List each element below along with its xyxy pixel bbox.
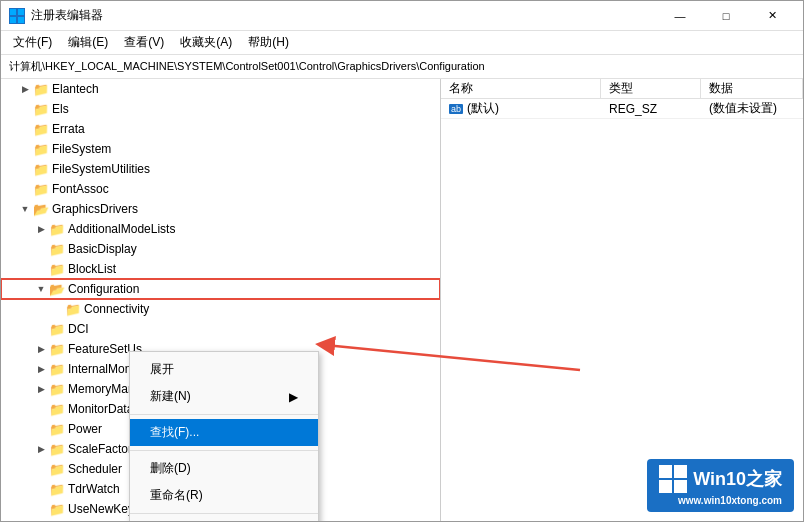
ctx-sep3 bbox=[130, 513, 318, 514]
context-menu: 展开 新建(N) ▶ 查找(F)... 删除(D) 重命名(R) bbox=[129, 351, 319, 521]
ctx-find[interactable]: 查找(F)... bbox=[130, 419, 318, 446]
label-connectivity: Connectivity bbox=[84, 302, 149, 316]
ctx-new[interactable]: 新建(N) ▶ bbox=[130, 383, 318, 410]
menu-favorites[interactable]: 收藏夹(A) bbox=[172, 31, 240, 54]
menu-edit[interactable]: 编辑(E) bbox=[60, 31, 116, 54]
label-filesystem: FileSystem bbox=[52, 142, 111, 156]
window-controls: — □ ✕ bbox=[657, 1, 795, 31]
folder-icon: 📁 bbox=[33, 121, 49, 137]
menu-bar: 文件(F) 编辑(E) 查看(V) 收藏夹(A) 帮助(H) bbox=[1, 31, 803, 55]
right-row-default[interactable]: ab(默认) REG_SZ (数值未设置) bbox=[441, 99, 803, 119]
close-button[interactable]: ✕ bbox=[749, 1, 795, 31]
tree-item-blocklist[interactable]: ▶ 📁 BlockList bbox=[1, 259, 440, 279]
folder-icon: 📁 bbox=[49, 401, 65, 417]
right-panel-header: 名称 类型 数据 bbox=[441, 79, 803, 99]
watermark-url: www.win10xtong.com bbox=[678, 495, 782, 506]
label-dci: DCI bbox=[68, 322, 89, 336]
tree-item-connectivity[interactable]: ▶ 📁 Connectivity bbox=[1, 299, 440, 319]
label-usenewkey: UseNewKey bbox=[68, 502, 134, 516]
svg-rect-0 bbox=[10, 9, 16, 15]
folder-icon: 📁 bbox=[33, 181, 49, 197]
svg-rect-3 bbox=[18, 17, 24, 23]
label-fsu: FileSystemUtilities bbox=[52, 162, 150, 176]
menu-view[interactable]: 查看(V) bbox=[116, 31, 172, 54]
svg-rect-5 bbox=[659, 465, 672, 478]
tree-item-additionalmodelists[interactable]: ▶ 📁 AdditionalModeLists bbox=[1, 219, 440, 239]
folder-icon: 📁 bbox=[33, 81, 49, 97]
tree-item-elantech[interactable]: ▶ 📁 Elantech bbox=[1, 79, 440, 99]
main-content: ▶ 📁 Elantech ▶ 📁 Els ▶ 📁 Errata bbox=[1, 79, 803, 521]
folder-icon: 📁 bbox=[49, 481, 65, 497]
cell-type: REG_SZ bbox=[601, 100, 701, 118]
folder-icon: 📁 bbox=[49, 221, 65, 237]
expand-gd[interactable]: ▼ bbox=[17, 201, 33, 217]
menu-help[interactable]: 帮助(H) bbox=[240, 31, 297, 54]
svg-rect-1 bbox=[18, 9, 24, 15]
ctx-sep1 bbox=[130, 414, 318, 415]
col-data: 数据 bbox=[701, 79, 803, 99]
expand-elantech[interactable]: ▶ bbox=[17, 81, 33, 97]
app-icon bbox=[9, 8, 25, 24]
folder-icon: 📁 bbox=[33, 101, 49, 117]
ctx-expand[interactable]: 展开 bbox=[130, 356, 318, 383]
tree-item-dci[interactable]: ▶ 📁 DCI bbox=[1, 319, 440, 339]
expand-featureset[interactable]: ▶ bbox=[33, 341, 49, 357]
col-name: 名称 bbox=[441, 79, 601, 99]
folder-icon: 📁 bbox=[65, 301, 81, 317]
label-errata: Errata bbox=[52, 122, 85, 136]
tree-item-fontassoc[interactable]: ▶ 📁 FontAssoc bbox=[1, 179, 440, 199]
label-configuration: Configuration bbox=[68, 282, 139, 296]
tree-panel[interactable]: ▶ 📁 Elantech ▶ 📁 Els ▶ 📁 Errata bbox=[1, 79, 441, 521]
expand-config[interactable]: ▼ bbox=[33, 281, 49, 297]
tree-item-errata[interactable]: ▶ 📁 Errata bbox=[1, 119, 440, 139]
minimize-button[interactable]: — bbox=[657, 1, 703, 31]
col-type: 类型 bbox=[601, 79, 701, 99]
watermark-title: Win10之家 bbox=[693, 467, 782, 491]
watermark: Win10之家 www.win10xtong.com bbox=[647, 459, 794, 512]
expand-aml[interactable]: ▶ bbox=[33, 221, 49, 237]
address-text: 计算机\HKEY_LOCAL_MACHINE\SYSTEM\ControlSet… bbox=[9, 59, 485, 74]
folder-icon: 📁 bbox=[49, 381, 65, 397]
label-memoryman: MemoryMan bbox=[68, 382, 135, 396]
maximize-button[interactable]: □ bbox=[703, 1, 749, 31]
tree-item-els[interactable]: ▶ 📁 Els bbox=[1, 99, 440, 119]
expand-memoryman[interactable]: ▶ bbox=[33, 381, 49, 397]
registry-editor-window: 注册表编辑器 — □ ✕ 文件(F) 编辑(E) 查看(V) 收藏夹(A) 帮助… bbox=[0, 0, 804, 522]
ctx-rename[interactable]: 重命名(R) bbox=[130, 482, 318, 509]
ctx-export[interactable]: 导出(E) bbox=[130, 518, 318, 521]
expand-internalmon[interactable]: ▶ bbox=[33, 361, 49, 377]
label-internalmon: InternalMon bbox=[68, 362, 131, 376]
svg-rect-2 bbox=[10, 17, 16, 23]
label-els: Els bbox=[52, 102, 69, 116]
folder-icon: 📁 bbox=[49, 421, 65, 437]
title-bar: 注册表编辑器 — □ ✕ bbox=[1, 1, 803, 31]
folder-icon: 📁 bbox=[49, 361, 65, 377]
label-blocklist: BlockList bbox=[68, 262, 116, 276]
menu-file[interactable]: 文件(F) bbox=[5, 31, 60, 54]
windows-logo bbox=[659, 465, 687, 493]
address-bar: 计算机\HKEY_LOCAL_MACHINE\SYSTEM\ControlSet… bbox=[1, 55, 803, 79]
ctx-delete[interactable]: 删除(D) bbox=[130, 455, 318, 482]
tree-item-basicdisplay[interactable]: ▶ 📁 BasicDisplay bbox=[1, 239, 440, 259]
folder-icon: 📁 bbox=[33, 161, 49, 177]
cell-name: ab(默认) bbox=[441, 98, 601, 119]
folder-icon: 📁 bbox=[49, 461, 65, 477]
folder-icon: 📁 bbox=[49, 441, 65, 457]
label-fontassoc: FontAssoc bbox=[52, 182, 109, 196]
svg-rect-7 bbox=[659, 480, 672, 493]
folder-icon: 📁 bbox=[49, 501, 65, 517]
svg-rect-8 bbox=[674, 480, 687, 493]
folder-icon: 📁 bbox=[49, 261, 65, 277]
tree-item-configuration[interactable]: ▼ 📂 Configuration bbox=[1, 279, 440, 299]
label-gd: GraphicsDrivers bbox=[52, 202, 138, 216]
svg-rect-6 bbox=[674, 465, 687, 478]
folder-icon: 📁 bbox=[49, 321, 65, 337]
tree-item-filesystemutilities[interactable]: ▶ 📁 FileSystemUtilities bbox=[1, 159, 440, 179]
label-elantech: Elantech bbox=[52, 82, 99, 96]
watermark-top: Win10之家 bbox=[659, 465, 782, 493]
folder-icon: 📁 bbox=[49, 341, 65, 357]
tree-item-graphicsdrivers[interactable]: ▼ 📂 GraphicsDrivers bbox=[1, 199, 440, 219]
expand-scalefactors[interactable]: ▶ bbox=[33, 441, 49, 457]
ctx-sep2 bbox=[130, 450, 318, 451]
tree-item-filesystem[interactable]: ▶ 📁 FileSystem bbox=[1, 139, 440, 159]
